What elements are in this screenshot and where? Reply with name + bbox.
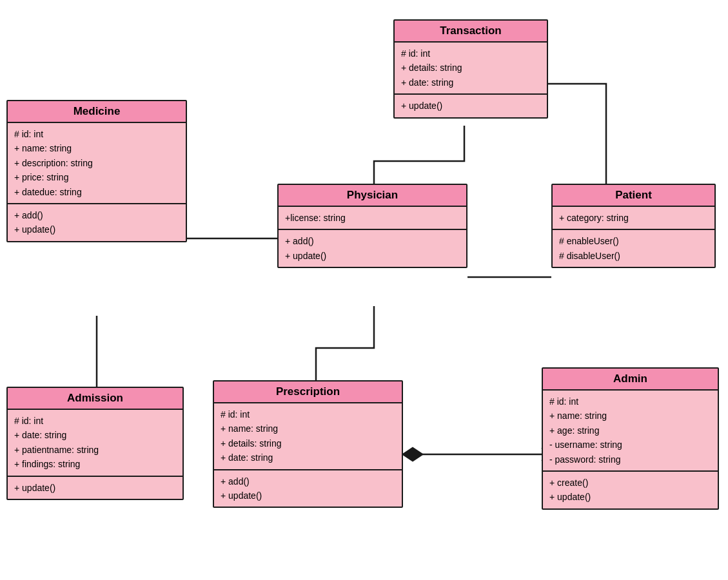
attr-line: + date: string	[401, 75, 540, 90]
patient-header: Patient	[553, 185, 714, 207]
attr-line: +license: string	[285, 211, 460, 225]
admin-header: Admin	[543, 369, 718, 391]
admin-title: Admin	[613, 372, 647, 385]
attr-line: + name: string	[14, 141, 179, 155]
method-line: + create()	[549, 476, 711, 490]
method-line: + add()	[221, 474, 395, 488]
prescription-attributes: # id: int + name: string + details: stri…	[214, 403, 402, 470]
method-line: + add()	[285, 234, 460, 248]
admin-class: Admin # id: int + name: string + age: st…	[542, 367, 719, 510]
transaction-class: Transaction # id: int + details: string …	[393, 19, 548, 119]
physician-attributes: +license: string	[279, 207, 466, 230]
attr-line: + patientname: string	[14, 443, 176, 457]
method-line: + update()	[221, 488, 395, 503]
admin-attributes: # id: int + name: string + age: string -…	[543, 391, 718, 472]
aggregation-diamond	[403, 448, 422, 461]
transaction-title: Transaction	[440, 24, 501, 37]
physician-class: Physician +license: string + add() + upd…	[277, 184, 467, 268]
attr-line: + category: string	[559, 211, 708, 225]
attr-line: - username: string	[549, 438, 711, 452]
admission-attributes: # id: int + date: string + patientname: …	[8, 410, 182, 477]
admission-class: Admission # id: int + date: string + pat…	[6, 387, 184, 500]
transaction-header: Transaction	[395, 21, 547, 43]
attr-line: + date: string	[14, 428, 176, 442]
admission-methods: + update()	[8, 477, 182, 499]
method-line: + update()	[285, 249, 460, 263]
method-line: # enableUser()	[559, 234, 708, 248]
patient-attributes: + category: string	[553, 207, 714, 230]
patient-methods: # enableUser() # disableUser()	[553, 230, 714, 267]
prescription-title: Prescription	[276, 385, 340, 398]
attr-line: # id: int	[549, 394, 711, 409]
medicine-class: Medicine # id: int + name: string + desc…	[6, 100, 187, 242]
admission-header: Admission	[8, 388, 182, 410]
method-line: + update()	[401, 99, 540, 113]
transaction-methods: + update()	[395, 95, 547, 117]
attr-line: + age: string	[549, 423, 711, 438]
attr-line: # id: int	[221, 407, 395, 421]
physician-methods: + add() + update()	[279, 230, 466, 267]
uml-diagram: Transaction # id: int + details: string …	[0, 0, 728, 580]
attr-line: + description: string	[14, 156, 179, 170]
transaction-physician-line	[374, 126, 464, 184]
attr-line: + name: string	[549, 409, 711, 423]
attr-line: # id: int	[14, 127, 179, 141]
attr-line: + price: string	[14, 170, 179, 184]
attr-line: - password: string	[549, 452, 711, 467]
transaction-attributes: # id: int + details: string + date: stri…	[395, 43, 547, 95]
method-line: + update()	[14, 222, 179, 237]
attr-line: # id: int	[401, 46, 540, 61]
medicine-title: Medicine	[74, 105, 121, 117]
medicine-header: Medicine	[8, 101, 186, 123]
prescription-methods: + add() + update()	[214, 470, 402, 507]
method-line: # disableUser()	[559, 249, 708, 263]
physician-prescription-line	[316, 306, 374, 380]
attr-line: + datedue: string	[14, 185, 179, 199]
transaction-patient-line	[545, 84, 606, 184]
patient-class: Patient + category: string # enableUser(…	[551, 184, 716, 268]
method-line: + update()	[14, 481, 176, 495]
attr-line: + name: string	[221, 421, 395, 436]
attr-line: + date: string	[221, 450, 395, 465]
physician-title: Physician	[347, 189, 398, 201]
method-line: + add()	[14, 208, 179, 222]
attr-line: + details: string	[221, 436, 395, 450]
method-line: + update()	[549, 490, 711, 504]
attr-line: + findings: string	[14, 457, 176, 471]
admission-title: Admission	[67, 392, 123, 404]
medicine-methods: + add() + update()	[8, 204, 186, 241]
patient-title: Patient	[615, 189, 652, 201]
prescription-header: Prescription	[214, 382, 402, 403]
physician-header: Physician	[279, 185, 466, 207]
medicine-attributes: # id: int + name: string + description: …	[8, 123, 186, 204]
admin-methods: + create() + update()	[543, 472, 718, 508]
attr-line: # id: int	[14, 414, 176, 428]
prescription-class: Prescription # id: int + name: string + …	[213, 380, 403, 508]
attr-line: + details: string	[401, 61, 540, 75]
